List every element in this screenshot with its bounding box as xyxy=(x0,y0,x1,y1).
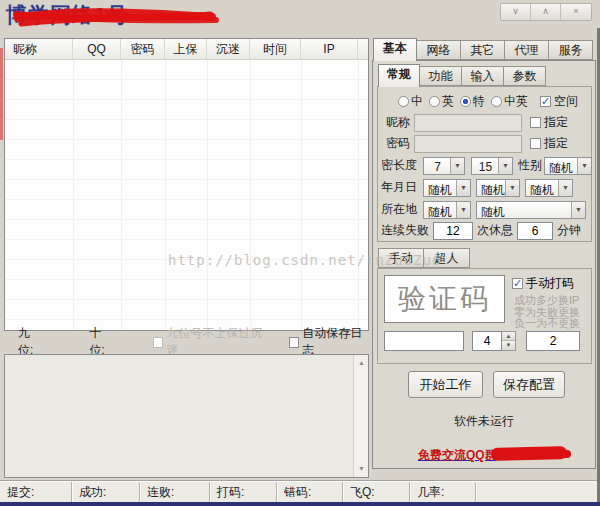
log-scrollbar[interactable]: ▲ ▼ xyxy=(353,355,368,477)
dropdown-arrow-icon[interactable]: ▼ xyxy=(577,158,591,174)
radio-special-label: 特 xyxy=(473,93,485,110)
account-table[interactable]: 昵称 QQ 密码 上保 沉迷 时间 IP xyxy=(4,38,369,331)
captcha-tabs: 手动 超人 xyxy=(377,246,470,268)
city-combo[interactable]: 随机▼ xyxy=(476,201,586,219)
rest-minutes-input[interactable] xyxy=(517,222,553,240)
col-nickname[interactable]: 昵称 xyxy=(5,39,73,59)
window-controls: ∨ ∧ × xyxy=(500,3,592,21)
status-flyq: 飞Q: xyxy=(343,482,410,502)
dropdown-arrow-icon[interactable]: ▼ xyxy=(456,180,470,196)
captcha-answer-input[interactable] xyxy=(384,331,464,351)
birth-day-combo[interactable]: 随机▼ xyxy=(525,179,573,197)
radio-english[interactable]: 英 xyxy=(429,93,454,110)
radio-selected-icon[interactable] xyxy=(460,96,471,107)
col-time[interactable]: 时间 xyxy=(250,39,301,59)
gender-label: 性别 xyxy=(518,157,544,174)
nickname-label: 昵称 xyxy=(386,114,414,131)
nickname-input[interactable] xyxy=(414,114,522,132)
manual-code-option[interactable]: ✓ 手动打码 xyxy=(512,275,574,292)
basic-tab-page: 常规 功能 输入 参数 中 英 特 中英 ✓ 空间 xyxy=(372,60,596,469)
spin-down-icon[interactable]: ▼ xyxy=(502,341,515,350)
birth-year-combo[interactable]: 随机▼ xyxy=(423,179,471,197)
pwd-min-combo[interactable]: 7▼ xyxy=(423,157,465,175)
start-work-button[interactable]: 开始工作 xyxy=(408,371,483,398)
save-config-button[interactable]: 保存配置 xyxy=(493,371,565,398)
tab-service[interactable]: 服务 xyxy=(549,40,593,60)
radio-cn-en[interactable]: 中英 xyxy=(491,93,528,110)
ip-change-input[interactable] xyxy=(526,331,580,351)
dropdown-arrow-icon[interactable]: ▼ xyxy=(498,158,512,174)
tab-other[interactable]: 其它 xyxy=(461,40,505,60)
captcha-input-row: ▲ ▼ xyxy=(384,331,580,351)
dropdown-arrow-icon[interactable]: ▼ xyxy=(450,158,464,174)
tab-network[interactable]: 网络 xyxy=(417,40,461,60)
maximize-button[interactable]: ∧ xyxy=(531,4,561,20)
manual-code-label: 手动打码 xyxy=(526,275,574,292)
nickname-row: 昵称 指定 xyxy=(378,113,568,132)
space-option[interactable]: ✓ 空间 xyxy=(540,93,578,110)
minimize-button[interactable]: ∨ xyxy=(501,4,531,20)
checkbox-checked-icon[interactable]: ✓ xyxy=(540,96,551,107)
tab-manual[interactable]: 手动 xyxy=(378,248,424,268)
dropdown-arrow-icon[interactable]: ▼ xyxy=(456,202,470,218)
dropdown-arrow-icon[interactable]: ▼ xyxy=(571,202,585,218)
fail-rest-row: 连续失败 次休息 分钟 xyxy=(378,221,581,240)
dropdown-arrow-icon[interactable]: ▼ xyxy=(505,180,519,196)
qq-group-link[interactable]: 免费交流QQ群 xyxy=(418,447,497,464)
province-combo[interactable]: 随机▼ xyxy=(423,201,471,219)
checkbox-unchecked-icon[interactable] xyxy=(530,138,541,149)
tab-general[interactable]: 常规 xyxy=(378,64,420,87)
ip-change-hints: 成功多少换IP 零为失败更换 负一为不更换 xyxy=(514,295,580,330)
close-button[interactable]: × xyxy=(561,4,591,20)
gender-combo[interactable]: 随机▼ xyxy=(544,157,592,175)
tab-function[interactable]: 功能 xyxy=(420,66,462,86)
spinner-value-input[interactable] xyxy=(472,331,502,351)
radio-chinese[interactable]: 中 xyxy=(398,93,423,110)
status-filler xyxy=(476,482,600,502)
tab-superman[interactable]: 超人 xyxy=(424,248,470,268)
status-failstreak: 连败: xyxy=(140,482,210,502)
col-qq[interactable]: QQ xyxy=(73,39,121,59)
password-row: 密码 指定 xyxy=(378,134,568,153)
password-label: 密码 xyxy=(386,135,414,152)
captcha-image: 验证码 xyxy=(384,275,505,323)
tab-input[interactable]: 输入 xyxy=(462,66,504,86)
radio-cn-en-label: 中英 xyxy=(504,93,528,110)
col-password[interactable]: 密码 xyxy=(121,39,165,59)
tab-params[interactable]: 参数 xyxy=(504,66,546,86)
tab-basic[interactable]: 基本 xyxy=(373,38,417,61)
main-tabs: 基本 网络 其它 代理 服务 xyxy=(372,38,597,60)
checkbox-unchecked-icon[interactable] xyxy=(530,117,541,128)
pwd-length-label: 密长度 xyxy=(381,157,423,174)
red-marker-residue xyxy=(0,48,3,140)
table-body-empty[interactable] xyxy=(5,60,368,330)
checkbox-checked-icon[interactable]: ✓ xyxy=(512,278,523,289)
radio-icon[interactable] xyxy=(398,96,409,107)
checkbox-unchecked-icon[interactable] xyxy=(153,337,163,348)
fail-count-input[interactable] xyxy=(433,222,473,240)
birth-month-combo[interactable]: 随机▼ xyxy=(476,179,520,197)
spin-up-icon[interactable]: ▲ xyxy=(502,332,515,341)
scroll-up-icon[interactable]: ▲ xyxy=(354,356,369,370)
radio-icon[interactable] xyxy=(491,96,502,107)
password-input[interactable] xyxy=(414,135,522,153)
window-title: 博学网络1号 xyxy=(6,1,129,29)
log-textarea[interactable]: ▲ ▼ xyxy=(4,354,369,478)
radio-chinese-label: 中 xyxy=(411,93,423,110)
dropdown-arrow-icon[interactable]: ▼ xyxy=(558,180,572,196)
checkbox-unchecked-icon[interactable] xyxy=(289,337,299,348)
location-row: 所在地 随机▼ 随机▼ xyxy=(378,200,586,219)
tab-proxy[interactable]: 代理 xyxy=(505,40,549,60)
col-ip[interactable]: IP xyxy=(301,39,358,59)
col-protect[interactable]: 上保 xyxy=(165,39,207,59)
password-specify-option[interactable]: 指定 xyxy=(530,135,568,152)
col-addiction[interactable]: 沉迷 xyxy=(207,39,250,59)
radio-special[interactable]: 特 xyxy=(460,93,485,110)
birthday-row: 年月日 随机▼ 随机▼ 随机▼ xyxy=(378,178,573,197)
nickname-specify-option[interactable]: 指定 xyxy=(530,114,568,131)
window-bottom-border xyxy=(0,502,600,506)
birthday-label: 年月日 xyxy=(381,179,423,196)
pwd-max-combo[interactable]: 15▼ xyxy=(471,157,513,175)
radio-icon[interactable] xyxy=(429,96,440,107)
scroll-down-icon[interactable]: ▼ xyxy=(354,462,369,476)
